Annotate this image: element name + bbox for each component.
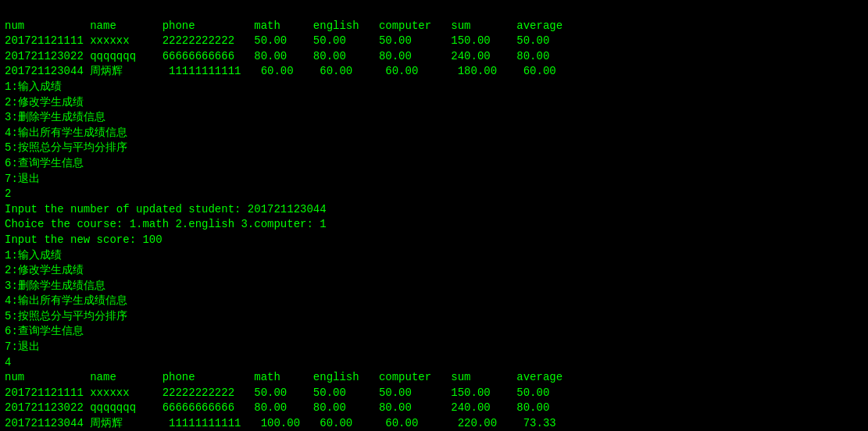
terminal-line: 201721123044 周炳辉 11111111111 60.00 60.00… xyxy=(5,64,863,80)
terminal-line: 1:输入成绩 xyxy=(5,248,863,264)
terminal-line: 6:查询学生信息 xyxy=(5,324,863,340)
terminal-line: Input the new score: 100 xyxy=(5,233,863,248)
terminal-line: 3:删除学生成绩信息 xyxy=(5,110,863,126)
terminal-line: num name phone math english computer sum… xyxy=(5,370,863,386)
terminal-line: 7:退出 xyxy=(5,340,863,355)
terminal-line: 201721121111 xxxxxx 22222222222 50.00 50… xyxy=(5,386,863,401)
terminal-line: Input the number of updated student: 201… xyxy=(5,202,863,218)
terminal-line: 201721121111 xxxxxx 22222222222 50.00 50… xyxy=(5,34,863,49)
terminal-line: 1:输入成绩 xyxy=(5,80,863,95)
terminal-line: 3:删除学生成绩信息 xyxy=(5,279,863,294)
terminal-line: 201721123044 周炳辉 11111111111 100.00 60.0… xyxy=(5,416,863,431)
terminal-line: 201721123022 qqqqqqq 66666666666 80.00 8… xyxy=(5,49,863,65)
terminal-line: num name phone math english computer sum… xyxy=(5,19,863,34)
terminal-line: 2:修改学生成绩 xyxy=(5,263,863,279)
terminal-line: 5:按照总分与平均分排序 xyxy=(5,141,863,156)
terminal-line: 2:修改学生成绩 xyxy=(5,95,863,111)
terminal-line: 6:查询学生信息 xyxy=(5,156,863,172)
terminal-line: 4:输出所有学生成绩信息 xyxy=(5,294,863,309)
terminal-line: 201721123022 qqqqqqq 66666666666 80.00 8… xyxy=(5,401,863,416)
terminal-line: 4 xyxy=(5,355,863,371)
terminal-line: Choice the course: 1.math 2.english 3.co… xyxy=(5,217,863,233)
terminal-output: num name phone math english computer sum… xyxy=(5,3,863,431)
terminal-line: 7:退出 xyxy=(5,172,863,187)
terminal-line: 4:输出所有学生成绩信息 xyxy=(5,126,863,141)
terminal-line: 5:按照总分与平均分排序 xyxy=(5,309,863,325)
terminal-line: 2 xyxy=(5,187,863,202)
